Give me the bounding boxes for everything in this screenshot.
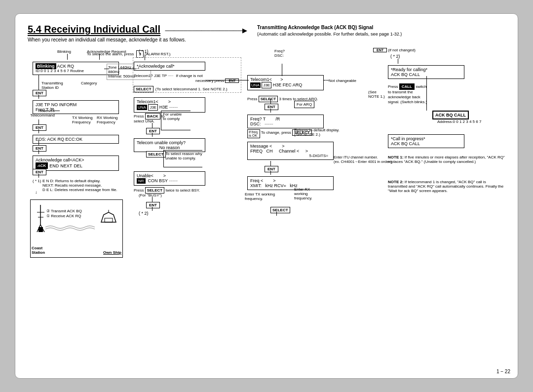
header-right-notes: Transmitting Acknowledge Back (ACK BQ) S… <box>257 24 402 38</box>
ent-btn-mid-right[interactable]: ENT <box>265 104 278 110</box>
receive-arrow: ① Receive ACK RQ <box>46 214 81 218</box>
ent-btn-msg[interactable]: ENT <box>265 166 278 172</box>
arrow-mid-connector: → <box>135 65 140 71</box>
page-title: 5.4 Receiving Individual Call ──────────… <box>28 24 247 36</box>
press-call-note2: to transmit the <box>388 90 413 94</box>
tx-working-label: TX WorkingFrequency <box>72 116 93 124</box>
ack-btn[interactable]: ACK <box>36 162 48 169</box>
address-label: Address:0 0 1 2 3 4 5 6 7 <box>437 119 481 124</box>
ack-bq-call-box: ACK BQ CALL <box>432 111 504 119</box>
press-call-note4: signal. (Switch blinks.) <box>388 100 427 104</box>
rx-working-label: RX WorkingFrequency <box>97 116 118 124</box>
nr-btn: NR <box>137 178 146 184</box>
ent-if-not-changed: ENT (if not changed) <box>373 48 416 52</box>
press-call-note: Press CALL switch <box>388 83 426 90</box>
freq-dsc-top: Freq?DSC: <box>274 49 285 58</box>
for-busy-note: (For "BUSY") <box>139 193 162 197</box>
see-note1-label: (SeeNOTE 1.) <box>368 90 385 99</box>
svg-rect-5 <box>38 227 43 232</box>
transmit-arrow: ② Transmit ACK BQ <box>46 209 82 213</box>
title-note: When you receive an individual call mess… <box>28 37 247 42</box>
star2-mid-label: ( * 2) <box>139 211 149 216</box>
ent-btn-4[interactable]: ENT <box>33 169 46 175</box>
ship-icon <box>99 207 118 230</box>
wave-icon <box>45 222 100 234</box>
press-call-note3: acknowledge back <box>388 95 420 99</box>
svg-rect-8 <box>105 218 113 222</box>
end-note: E N D: Returns to default display. NEXT:… <box>42 179 117 192</box>
transmit-station-label: TransmittingStation ID <box>41 81 63 90</box>
select-una-note: select UNA. <box>134 119 154 123</box>
ent-if-changed-btn[interactable]: ENT <box>373 48 387 52</box>
freq-screen: Freq < > XMIT: kHz RCV= kHz <box>247 175 334 192</box>
star1-label: ( * 1) <box>33 179 41 183</box>
note2-text: NOTE 2: If telecommand 1 is changed, "AC… <box>388 180 506 193</box>
freq-t-r-screen: Freq? T /R DSC: ······· <box>247 113 324 130</box>
received-telecommand-label: ReceivedTelecommand <box>30 109 55 118</box>
category-label: Category <box>81 81 97 85</box>
illustration-box: ① Receive ACK RQ ② Transmit ACK BQ Coast… <box>30 199 123 258</box>
coast-station-label: CoastStation <box>32 246 45 255</box>
ent-btn-1[interactable]: ENT <box>33 90 46 96</box>
not-changeable-label: Not changeable <box>329 78 356 83</box>
star2-top-right: ( * 2) <box>390 54 400 59</box>
select-reason-box: To select reason whyunable to comply. <box>163 150 202 167</box>
enter-rx-note: Enter RXworkingfrequency. <box>294 187 312 200</box>
down-arrow-illustration: ↓ <box>35 190 38 195</box>
telecom-dashed-box <box>133 57 241 93</box>
page-number: 1 − 22 <box>496 369 510 374</box>
telecom1-fec-screen: Telecom1< > UNA J3E H3E FEC ARQ <box>247 74 324 92</box>
ent-btn-3[interactable]: ENT <box>33 145 46 152</box>
enter-tx-note: Enter TX workingfrequency. <box>245 192 275 201</box>
note1-text: NOTE 1: If five minutes or more elapses … <box>388 155 506 164</box>
ent-btn-2[interactable]: ENT <box>33 124 46 131</box>
own-ship-label: Own Ship <box>103 250 121 255</box>
eos-screen: EOS: ACK RQ ECC:OK <box>33 133 119 145</box>
returns-default-note: Returns to default display.(See NOTE 2.) <box>294 128 340 137</box>
blinking-label: Blinking <box>57 49 71 54</box>
header: 5.4 Receiving Individual Call ──────────… <box>28 24 505 42</box>
diagram-container: Blinking Acknowledge Request To silence … <box>28 46 505 362</box>
title-section: 5.4 Receiving Individual Call ──────────… <box>28 24 247 42</box>
call-progress-screen: *Call in progress* ACK BQ CALL <box>388 133 464 150</box>
transmit-note: Transmitting Acknowledge Back (ACK BQ) S… <box>257 24 402 31</box>
select-3-btn[interactable]: SELECT <box>259 96 278 102</box>
svg-marker-6 <box>101 212 116 222</box>
select-btn-bottom-mid[interactable]: SELECT <box>270 207 290 213</box>
message-ch-screen: Message < > FREQ CH Channel < > 5-DIGITS… <box>247 140 334 161</box>
select-btn-mid2[interactable]: SELECT <box>146 151 166 157</box>
main-page: 5.4 Receiving Individual Call ──────────… <box>15 13 518 379</box>
for-unable-box: For unableto comply <box>161 111 190 130</box>
star1-mid-label: ( * 1) <box>139 49 149 54</box>
unable-screen: Unable< > NR CON BSY ······· <box>134 170 205 187</box>
auto-note: (Automatic call acknowledge possible. Fo… <box>257 31 402 38</box>
call-btn[interactable]: CALL <box>399 83 415 90</box>
ent-btn-bottom-mid[interactable]: ENT <box>146 202 160 208</box>
for-arq-box: For ARQ <box>294 101 314 108</box>
to-silence-label: To silence the alarm, press 3 (ALARM RST… <box>87 50 171 58</box>
ent-btn-mid[interactable]: ENT <box>146 128 160 134</box>
